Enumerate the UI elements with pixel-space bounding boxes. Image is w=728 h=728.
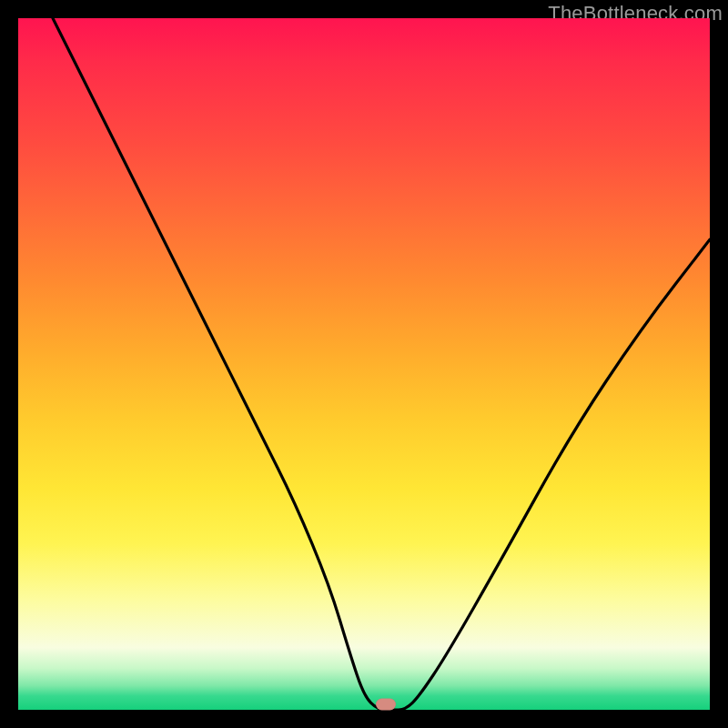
plot-area [18, 18, 710, 710]
bottleneck-curve [18, 18, 710, 710]
optimum-marker [376, 699, 396, 711]
chart-frame: TheBottleneck.com [0, 0, 728, 728]
